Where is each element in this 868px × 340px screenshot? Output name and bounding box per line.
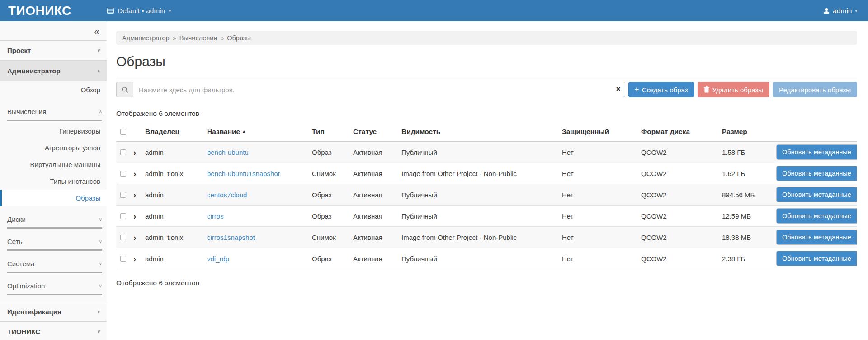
sidebar-group-system[interactable]: Система ∨ <box>7 257 102 273</box>
group-label: Диски <box>7 215 26 223</box>
column-visibility[interactable]: Видимость <box>401 122 561 142</box>
image-name-link[interactable]: bench-ubuntu <box>207 148 249 156</box>
sidebar-item-overview[interactable]: Обзор <box>0 81 107 99</box>
expand-row-icon[interactable]: › <box>133 169 136 178</box>
row-checkbox[interactable] <box>120 149 126 155</box>
image-name-link[interactable]: centos7cloud <box>207 191 247 199</box>
plus-icon: + <box>635 86 639 94</box>
top-header: ТИОНИКС Default • admin ▾ admin ▾ <box>0 0 868 21</box>
user-menu[interactable]: admin ▾ <box>823 7 857 15</box>
row-actions-dropdown-toggle[interactable]: ▾ <box>857 230 857 244</box>
cell-protected: Нет <box>561 163 640 184</box>
breadcrumb-separator: » <box>220 34 224 42</box>
update-metadata-button[interactable]: Обновить метаданные <box>777 230 857 244</box>
sidebar-item-hypervisors[interactable]: Гипервизоры <box>0 123 107 139</box>
sidebar-collapse-button[interactable]: « <box>94 26 99 36</box>
update-metadata-button[interactable]: Обновить метаданные <box>777 251 857 266</box>
chevron-down-icon: ∨ <box>99 217 102 222</box>
column-status[interactable]: Статус <box>352 122 401 142</box>
cell-size: 2.38 ГБ <box>721 248 775 269</box>
cell-owner: admin_tionix <box>144 163 206 184</box>
delete-images-button[interactable]: Удалить образы <box>698 82 770 97</box>
row-checkbox[interactable] <box>120 192 126 198</box>
cell-protected: Нет <box>561 206 640 227</box>
expand-row-icon[interactable]: › <box>133 148 136 157</box>
sidebar-section-project[interactable]: Проект ∨ <box>0 41 107 61</box>
sort-asc-icon: ▲ <box>242 129 246 134</box>
sidebar-group-optimization[interactable]: Optimization ∨ <box>7 279 102 295</box>
cell-status: Активная <box>352 206 401 227</box>
group-label: Сеть <box>7 238 22 245</box>
breadcrumb-admin[interactable]: Администратор <box>122 34 170 42</box>
user-label: admin <box>833 7 852 15</box>
expand-row-icon[interactable]: › <box>133 211 136 221</box>
row-checkbox[interactable] <box>120 235 126 240</box>
select-all-checkbox[interactable] <box>120 129 126 135</box>
row-actions-dropdown-toggle[interactable]: ▾ <box>857 209 857 223</box>
sidebar-item-flavors[interactable]: Типы инстансов <box>0 173 107 190</box>
sidebar-collapse-row: « <box>0 21 107 41</box>
clear-filter-icon[interactable]: × <box>616 85 621 94</box>
trash-icon <box>704 86 709 93</box>
chevron-up-icon: ∧ <box>97 68 100 73</box>
cell-status: Активная <box>352 227 401 248</box>
column-name[interactable]: Название▲ <box>206 122 311 142</box>
edit-images-button[interactable]: Редактировать образы <box>773 82 857 97</box>
row-checkbox[interactable] <box>120 256 126 262</box>
update-metadata-button[interactable]: Обновить метаданные <box>777 209 857 223</box>
column-owner[interactable]: Владелец <box>144 122 206 142</box>
image-name-link[interactable]: vdi_rdp <box>207 255 229 263</box>
sidebar-section-admin[interactable]: Администратор ∧ <box>0 61 107 81</box>
update-metadata-button[interactable]: Обновить метаданные <box>777 187 857 202</box>
sidebar-item-images[interactable]: Образы <box>0 190 107 206</box>
breadcrumb-compute[interactable]: Вычисления <box>179 34 217 42</box>
items-count-bottom: Отображено 6 элементов <box>116 279 857 287</box>
cell-visibility: Публичный <box>401 206 561 227</box>
column-type[interactable]: Тип <box>311 122 352 142</box>
sidebar-item-instances[interactable]: Виртуальные машины <box>0 156 107 173</box>
image-name-link[interactable]: cirros <box>207 212 224 220</box>
row-actions-dropdown-toggle[interactable]: ▾ <box>857 251 857 266</box>
filter-toolbar: × + Создать образ Удалить образы Редакти… <box>116 82 857 97</box>
cell-disk-format: QCOW2 <box>640 227 721 248</box>
sidebar-section-identity[interactable]: Идентификация ∨ <box>0 302 107 321</box>
row-actions-dropdown-toggle[interactable]: ▾ <box>857 187 857 202</box>
expand-row-icon[interactable]: › <box>133 190 136 200</box>
row-action-group: Обновить метаданные ▾ <box>776 230 857 245</box>
sidebar-section-tionix[interactable]: ТИОНИКС ∨ <box>0 321 107 340</box>
expand-row-icon[interactable]: › <box>133 254 136 263</box>
sidebar-group-network[interactable]: Сеть ∨ <box>7 235 102 251</box>
cell-disk-format: QCOW2 <box>640 248 721 269</box>
compute-sublist: Гипервизоры Агрегаторы узлов Виртуальные… <box>0 123 107 206</box>
sidebar-group-volumes[interactable]: Диски ∨ <box>7 213 102 229</box>
row-actions-dropdown-toggle[interactable]: ▾ <box>857 145 857 159</box>
row-checkbox[interactable] <box>120 171 126 177</box>
update-metadata-button[interactable]: Обновить метаданные <box>777 145 857 159</box>
sidebar-item-host-aggregates[interactable]: Агрегаторы узлов <box>0 139 107 156</box>
cell-owner: admin <box>144 248 206 269</box>
group-label: Вычисления <box>7 108 46 115</box>
row-checkbox[interactable] <box>120 213 126 219</box>
search-addon[interactable] <box>116 82 133 97</box>
column-disk-format[interactable]: Формат диска <box>640 122 721 142</box>
sidebar-group-compute[interactable]: Вычисления ∧ <box>7 105 102 121</box>
row-actions-dropdown-toggle[interactable]: ▾ <box>857 166 857 181</box>
breadcrumb-images[interactable]: Образы <box>227 34 251 42</box>
cell-disk-format: QCOW2 <box>640 163 721 184</box>
image-name-link[interactable]: cirros1snapshot <box>207 234 255 241</box>
cell-disk-format: QCOW2 <box>640 142 721 163</box>
cell-type: Образ <box>311 142 352 163</box>
project-context-switcher[interactable]: Default • admin ▾ <box>107 7 171 15</box>
cell-disk-format: QCOW2 <box>640 206 721 227</box>
row-action-group: Обновить метаданные ▾ <box>776 187 857 202</box>
image-name-link[interactable]: bench-ubuntu1snapshot <box>207 170 280 177</box>
create-image-button[interactable]: + Создать образ <box>628 82 694 97</box>
brand-logo: ТИОНИКС <box>0 4 107 18</box>
group-label: Система <box>7 260 34 268</box>
column-protected[interactable]: Защищенный <box>561 122 640 142</box>
breadcrumb: Администратор » Вычисления » Образы <box>116 31 857 45</box>
column-size[interactable]: Размер <box>721 122 775 142</box>
update-metadata-button[interactable]: Обновить метаданные <box>777 166 857 181</box>
filter-input[interactable] <box>133 82 625 97</box>
expand-row-icon[interactable]: › <box>133 233 136 242</box>
